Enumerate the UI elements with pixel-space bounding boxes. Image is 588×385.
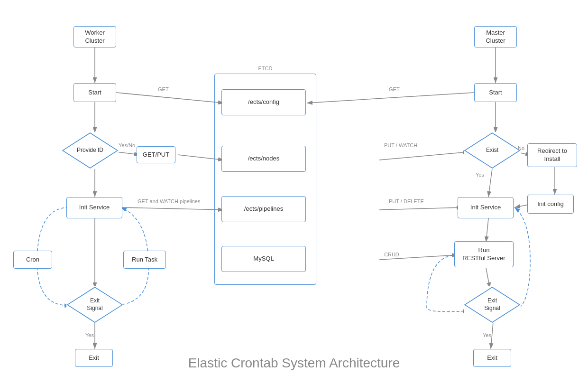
svg-line-17 [486,268,490,288]
put-watch-label: PUT / WATCH [384,142,417,148]
yes-exit-right-label: Yes [483,332,491,338]
exit-right-node: Exit [473,349,511,367]
svg-line-2 [116,93,224,103]
init-service-right-node: Init Service [458,197,514,218]
diagram-title: Elastic Crontab System Architecture [188,356,400,371]
worker-cluster-node: Worker Cluster [74,26,116,47]
right-start-node: Start [474,83,517,102]
etcd-pipelines-node: /ects/pipelines [221,196,306,222]
etcd-config-node: /ects/config [221,89,306,115]
exit-signal-right-node: Exit Signal [464,286,521,323]
exist-node: Exist [464,132,521,169]
master-cluster-node: Master Cluster [474,26,517,47]
exit-signal-left-node: Exit Signal [66,286,123,323]
get-put-node: GET/PUT [137,146,175,163]
diagram: ETCD [0,0,588,385]
etcd-nodes-node: /ects/nodes [221,146,306,172]
svg-line-6 [121,207,224,210]
get-left-label: GET [158,86,169,92]
run-restful-node: Run RESTful Server [454,241,514,267]
init-config-node: Init config [527,195,574,214]
exit-left-node: Exit [75,349,113,367]
svg-line-18 [491,322,493,349]
crud-label: CRUD [384,252,399,257]
svg-line-15 [488,169,492,197]
svg-line-16 [486,218,488,242]
redirect-install-node: Redirect to Install [527,143,577,167]
svg-line-20 [379,207,462,210]
yes-exit-left-label: Yes [85,332,94,338]
get-watch-label: GET and WATCH pipelines [138,198,200,204]
left-start-node: Start [74,83,116,102]
svg-line-11 [307,93,474,103]
svg-line-19 [379,152,469,160]
run-task-node: Run Task [123,251,166,269]
svg-line-21 [379,255,458,260]
get-right-label: GET [389,86,400,92]
put-delete-label: PUT / DELETE [389,198,424,204]
mysql-node: MySQL [221,246,306,272]
yes-exist-label: Yes [476,172,484,178]
init-service-left-node: Init Service [66,197,122,218]
yes-no-label: Yes/No [119,142,135,148]
provide-id-node: Provide ID [62,132,119,169]
etcd-label: ETCD [258,66,273,71]
cron-node: Cron [13,251,52,269]
